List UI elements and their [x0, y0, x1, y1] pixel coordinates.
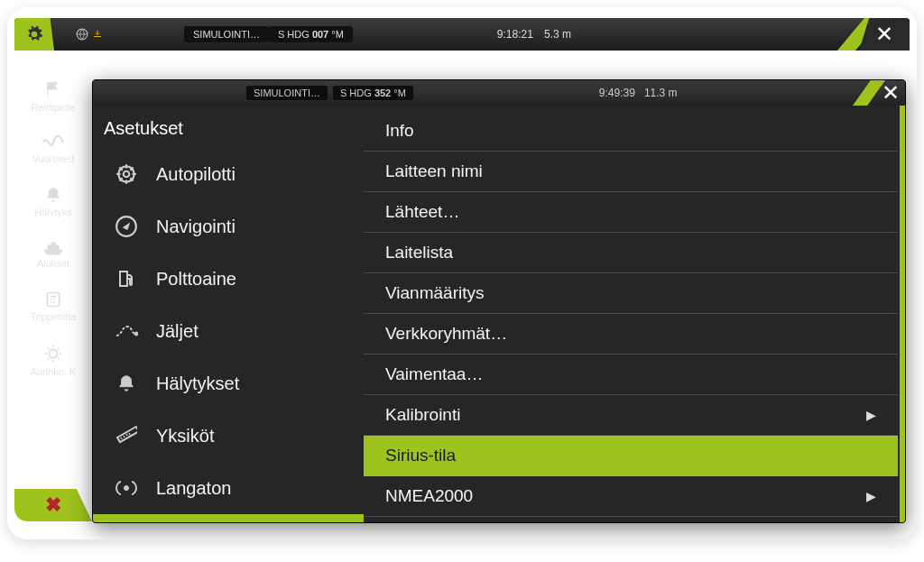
- category-label: Navigointi: [156, 217, 236, 237]
- chevron-right-icon: ▶: [866, 408, 876, 422]
- back-globe-icon: [76, 28, 103, 41]
- sidebar-cancel-button[interactable]: ✖: [14, 489, 92, 521]
- sidebar-item-label: Hälytyks: [34, 207, 72, 217]
- cancel-icon: ✖: [45, 493, 61, 517]
- flag-icon: [43, 79, 63, 99]
- option-network-groups[interactable]: Verkkoryhmät…: [364, 314, 898, 355]
- close-icon: ✕: [882, 80, 900, 106]
- back-depth: 5.3 m: [544, 28, 571, 41]
- svg-point-8: [125, 486, 129, 491]
- app-sidebar: Reittipiste Vuoroved Hälytyks Alukset Tr…: [14, 51, 92, 521]
- sidebar-item-sun[interactable]: Aurinko, K: [14, 333, 92, 388]
- sidebar-item-label: Alukset: [37, 258, 69, 269]
- option-label: Info: [385, 121, 414, 141]
- scroll-indicator: [900, 106, 905, 522]
- option-nmea2000[interactable]: NMEA2000 ▶: [364, 476, 898, 517]
- sidebar-item-alarms[interactable]: Hälytyks: [14, 175, 92, 228]
- bell-icon: [113, 370, 140, 397]
- option-damping[interactable]: Vaimentaa…: [364, 355, 898, 395]
- front-depth: 11.3 m: [644, 87, 678, 99]
- category-label: Jäljet: [156, 321, 199, 342]
- sun-moon-icon: [43, 344, 63, 364]
- option-device-list[interactable]: Laitelista: [364, 233, 898, 273]
- option-label: Vianmääritys: [385, 283, 484, 303]
- settings-window: SIMULOINTI… S HDG 352 °M 9:49:39 11.3 m …: [92, 79, 906, 523]
- sidebar-item-trip[interactable]: Trippimitta: [14, 280, 92, 333]
- settings-category-list: Asetukset Autopilotti Navigointi: [93, 106, 364, 522]
- front-sim-badge: SIMULOINTI…: [246, 86, 328, 100]
- category-label: Langaton: [156, 478, 231, 499]
- sidebar-item-label: Aurinko, K: [31, 366, 77, 377]
- category-wireless[interactable]: Langaton: [93, 462, 364, 514]
- compass-icon: [113, 213, 140, 240]
- category-navigation[interactable]: Navigointi: [93, 200, 364, 253]
- option-label: Sirius-tila: [385, 446, 456, 465]
- sidebar-item-tides[interactable]: Vuoroved: [14, 124, 92, 175]
- option-device-name[interactable]: Laitteen nimi: [364, 152, 898, 192]
- svg-point-4: [124, 171, 130, 178]
- chevron-right-icon: ▶: [866, 489, 876, 503]
- option-label: NMEA2000: [385, 486, 473, 506]
- category-label: Hälytykset: [156, 373, 239, 394]
- option-label: Lähteet…: [385, 202, 459, 222]
- device-frame: SIMULOINTI… S HDG 007 °M 9:18:21 5.3 m ✕…: [7, 7, 917, 539]
- category-label: Yksiköt: [156, 426, 214, 447]
- category-label: Autopilotti: [156, 164, 236, 185]
- fuel-icon: [113, 265, 140, 292]
- calculator-icon: [44, 290, 62, 309]
- ship-icon: [42, 239, 64, 255]
- wireless-icon: [113, 474, 140, 502]
- option-label: Verkkoryhmät…: [385, 324, 507, 344]
- category-network[interactable]: Verkko: [93, 514, 364, 523]
- category-label: Polttoaine: [156, 269, 236, 290]
- category-alarms[interactable]: Hälytykset: [93, 357, 364, 410]
- category-units[interactable]: Yksiköt: [93, 410, 364, 462]
- wave-icon: [42, 134, 64, 151]
- gear-icon: [25, 25, 43, 43]
- option-label: Laitelista: [385, 243, 453, 263]
- sidebar-item-label: Reittipiste: [32, 102, 75, 113]
- sidebar-item-waypoints[interactable]: Reittipiste: [14, 69, 92, 124]
- option-diagnostics[interactable]: Vianmääritys: [364, 273, 898, 314]
- option-label: Laitteen nimi: [385, 161, 483, 181]
- bell-icon: [44, 186, 62, 204]
- front-time: 9:49:39: [599, 87, 635, 99]
- ruler-icon: [113, 422, 140, 449]
- sidebar-item-label: Trippimitta: [31, 311, 77, 322]
- download-icon: [92, 29, 103, 40]
- option-label: Kalibrointi: [385, 405, 460, 425]
- sidebar-item-vessels[interactable]: Alukset: [14, 228, 92, 280]
- settings-status-bar: SIMULOINTI… S HDG 352 °M 9:49:39 11.3 m …: [93, 80, 905, 106]
- category-tracks[interactable]: Jäljet: [93, 305, 364, 357]
- back-time: 9:18:21: [497, 28, 533, 41]
- svg-point-6: [134, 332, 138, 336]
- option-label: Vaimentaa…: [385, 364, 483, 384]
- background-status-bar: SIMULOINTI… S HDG 007 °M 9:18:21 5.3 m ✕: [14, 18, 910, 51]
- option-sources[interactable]: Lähteet…: [364, 192, 898, 233]
- settings-options-list: Info Laitteen nimi Lähteet… Laitelista V…: [364, 106, 905, 522]
- front-hdg-badge: S HDG 352 °M: [333, 86, 413, 100]
- back-sim-badge: SIMULOINTI…: [184, 26, 269, 42]
- close-icon: ✕: [875, 22, 893, 47]
- category-fuel[interactable]: Polttoaine: [93, 253, 364, 305]
- back-hdg-badge: S HDG 007 °M: [269, 26, 353, 42]
- settings-gear-button[interactable]: [14, 18, 54, 51]
- option-info[interactable]: Info: [364, 111, 898, 152]
- option-calibration[interactable]: Kalibrointi ▶: [364, 395, 898, 436]
- sidebar-item-label: Vuoroved: [32, 153, 75, 164]
- helm-icon: [113, 161, 140, 188]
- settings-close-button[interactable]: ✕: [882, 80, 900, 106]
- front-accent: [853, 80, 885, 106]
- track-icon: [113, 318, 140, 345]
- category-autopilot[interactable]: Autopilotti: [93, 148, 364, 200]
- settings-title: Asetukset: [93, 109, 364, 148]
- svg-point-2: [49, 349, 57, 357]
- option-sirius-status[interactable]: Sirius-tila: [364, 436, 898, 476]
